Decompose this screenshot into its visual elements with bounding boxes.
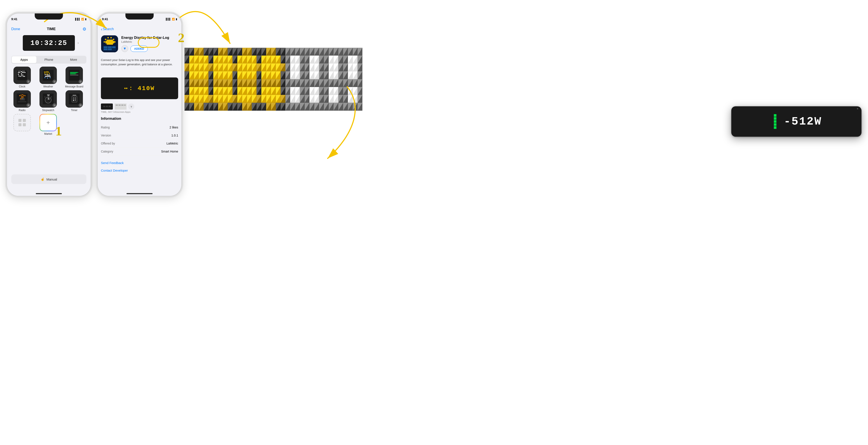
- phone1-shell: 9:41 ▌▌▌ 📶 ▮ Done TIME ⚙ 10:32:25 › App: [6, 13, 91, 196]
- svg-rect-0: [17, 70, 27, 80]
- phone1-status-icons: ▌▌▌ 📶 ▮: [75, 18, 86, 21]
- app-placeholder-grid: [10, 114, 34, 135]
- app-timer[interactable]: ⚙ Timer: [62, 90, 86, 112]
- svg-rect-81: [114, 41, 116, 42]
- tab-apps[interactable]: Apps: [12, 56, 36, 63]
- app-developer: LaMetric: [121, 40, 178, 43]
- svg-rect-22: [45, 72, 46, 72]
- manual-button[interactable]: ☝ Manual: [11, 174, 86, 184]
- svg-rect-95: [121, 104, 123, 106]
- app-weather[interactable]: ⚙ Weather: [36, 67, 60, 88]
- svg-rect-10: [25, 72, 25, 73]
- svg-rect-54: [47, 94, 50, 95]
- svg-rect-80: [104, 41, 105, 42]
- svg-rect-16: [20, 76, 21, 77]
- back-chevron-icon: ‹: [101, 27, 102, 32]
- lametric-value: -512W: [784, 115, 822, 128]
- app-actions: ▼ ADDED: [121, 45, 178, 52]
- info-title: Information: [101, 117, 178, 121]
- svg-rect-5: [24, 71, 25, 72]
- svg-rect-92: [115, 103, 126, 109]
- svg-rect-76: [107, 37, 109, 38]
- phone2: 9:41 ▌▌▌ 📶 ▮ ‹ Search: [97, 13, 182, 196]
- tabs-container: Apps Phone More: [11, 56, 86, 64]
- svg-rect-94: [119, 104, 121, 106]
- badge-2: 2: [178, 30, 184, 45]
- app-stopwatch[interactable]: ⚙ Stopwatch: [36, 90, 60, 112]
- tab-phone[interactable]: Phone: [36, 56, 61, 63]
- signal-icon-2: ▌▌▌: [166, 18, 171, 21]
- phone1-notch: [35, 13, 63, 20]
- svg-rect-96: [124, 104, 126, 106]
- svg-rect-63: [73, 95, 76, 96]
- app-radio[interactable]: ⚙ Radio: [10, 90, 34, 112]
- wishlist-button[interactable]: ▼: [121, 45, 128, 52]
- market-label: Market: [44, 132, 52, 135]
- wifi-icon-2: 📶: [172, 18, 175, 21]
- version-label: Version: [101, 134, 111, 137]
- apps-row-1: ⚙ Clock: [10, 67, 88, 88]
- app-clock[interactable]: ⚙ Clock: [10, 67, 34, 88]
- svg-rect-91: [108, 49, 112, 50]
- battery-icon-2: ▮: [176, 18, 177, 21]
- tab-more[interactable]: More: [61, 56, 86, 63]
- apps-grid: ⚙ Clock: [10, 67, 88, 137]
- svg-rect-50: [21, 98, 22, 99]
- expand-button[interactable]: ∨: [128, 103, 134, 109]
- done-button[interactable]: Done: [11, 27, 20, 31]
- back-search-button[interactable]: ‹ Search: [101, 27, 114, 32]
- clock-arrow-icon[interactable]: ›: [78, 40, 79, 45]
- lametric-dot: [857, 108, 858, 109]
- svg-rect-43: [19, 95, 20, 96]
- signal-icon: ▌▌▌: [75, 18, 80, 21]
- lametric-device: -512W: [731, 106, 862, 150]
- timer-icon: ⚙: [65, 90, 83, 107]
- phone2-time: 9:41: [102, 18, 108, 21]
- svg-rect-13: [21, 75, 22, 75]
- svg-rect-41: [77, 72, 78, 73]
- apps-row-2: ⚙ Radio: [10, 90, 88, 112]
- svg-rect-89: [112, 46, 116, 48]
- svg-rect-4: [22, 71, 23, 72]
- svg-rect-3: [21, 71, 22, 72]
- svg-rect-47: [25, 95, 25, 96]
- offered-value: LaMetric: [166, 142, 178, 145]
- added-badge[interactable]: ADDED: [130, 45, 148, 52]
- clock-display: 10:32:25: [23, 35, 75, 51]
- app-name: Energy Display for Solar-Log: [121, 36, 178, 40]
- svg-rect-2: [20, 71, 21, 72]
- wifi-icon: 📶: [81, 18, 84, 21]
- app-message-board[interactable]: ⚙ Message Board: [62, 67, 86, 88]
- svg-rect-48: [21, 97, 24, 97]
- app-description: Connect your Solar-Log to this app and s…: [101, 58, 178, 66]
- search-back-label: Search: [103, 27, 114, 31]
- svg-rect-1: [19, 71, 19, 72]
- badge-1: 1: [55, 124, 62, 139]
- info-row-offered: Offered by LaMetric: [101, 139, 178, 148]
- gear-icon[interactable]: ⚙: [83, 27, 86, 32]
- svg-rect-6: [18, 72, 19, 73]
- page-title: TIME: [47, 27, 56, 31]
- svg-rect-18: [23, 76, 24, 77]
- info-section: Information Rating 2 likes Version 1.0.1…: [101, 117, 178, 156]
- contact-developer-link[interactable]: Contact Developer: [101, 168, 128, 172]
- svg-rect-27: [49, 73, 50, 74]
- svg-rect-93: [116, 104, 118, 106]
- svg-rect-7: [19, 72, 20, 73]
- app-header: Energy Display for Solar-Log LaMetric ▼ …: [101, 35, 178, 53]
- rating-value: 2 likes: [169, 126, 178, 129]
- svg-rect-14: [22, 75, 23, 75]
- clock-icon: ⚙: [13, 67, 31, 84]
- svg-rect-34: [50, 77, 51, 78]
- svg-rect-68: [75, 99, 76, 100]
- svg-rect-72: [23, 119, 26, 122]
- send-feedback-link[interactable]: Send Feedback: [101, 161, 128, 165]
- svg-rect-73: [19, 123, 22, 126]
- phone2-shell: 9:41 ▌▌▌ 📶 ▮ ‹ Search: [97, 13, 182, 196]
- svg-rect-55: [48, 95, 49, 96]
- svg-rect-39: [70, 75, 78, 75]
- svg-rect-82: [106, 40, 113, 41]
- phone2-notch: [125, 13, 154, 20]
- gear-badge-weather: ⚙: [53, 80, 56, 84]
- timer-label: Timer: [71, 109, 78, 112]
